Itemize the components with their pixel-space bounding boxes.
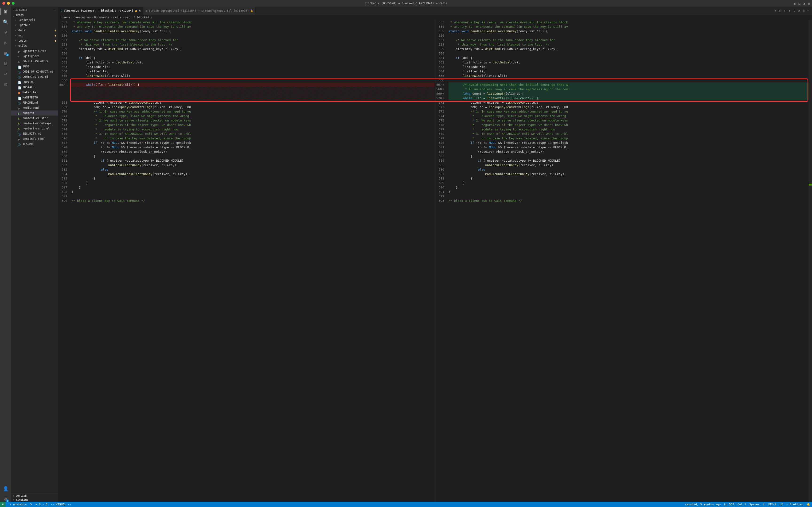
code-line[interactable]: list *clients = dictGetVal(de); [449, 60, 812, 65]
code-line[interactable]: /* 1. In case new key was added/touched … [449, 109, 812, 114]
tree-item-redis-conf[interactable]: ⚙redis.conf [11, 105, 58, 110]
code-line[interactable]: static void handleClientsBlockedOnKey(re… [449, 29, 812, 33]
code-line[interactable]: /* We serve clients in the same order th… [449, 38, 812, 42]
code-line[interactable]: long count = listLength(clients); [449, 92, 812, 96]
code-line[interactable]: static void handleClientsBlockedOnKey(re… [71, 29, 435, 33]
panel-right-icon[interactable]: ◨ [803, 2, 805, 5]
more-icon[interactable]: ⋯ [807, 9, 809, 12]
code-line[interactable]: else [449, 167, 812, 172]
code-line[interactable]: } [449, 189, 812, 194]
tree-item-makefile[interactable]: ⬣Makefile [11, 90, 58, 95]
code-line[interactable]: * module is trying to accomplish right n… [449, 127, 812, 131]
code-line[interactable]: } [449, 176, 812, 181]
tree-item-runtest-sentinel[interactable]: $runtest-sentinel [11, 126, 58, 131]
editor-tab[interactable]: Cblocked.c (03d50e0) ↔ blocked.c (e7129e… [58, 7, 143, 15]
problems-count[interactable]: ⊗ 0 ⚠ 0 [36, 503, 48, 506]
tree-item-sentinel-conf[interactable]: ⚙sentinel.conf [11, 136, 58, 142]
tree-item--github[interactable]: .github [11, 22, 58, 28]
code-line[interactable]: if (receiver->bstate.btype != BLOCKED_MO… [71, 158, 435, 163]
code-line[interactable]: client *receiver = listNodeValue(ln); [71, 100, 435, 105]
target-icon[interactable]: ◎ [3, 81, 8, 87]
sync-icon[interactable]: ⟳ [30, 503, 32, 506]
code-line[interactable]: listNode *ln; [449, 65, 812, 69]
search-icon[interactable]: 🔍 [3, 19, 8, 25]
extensions-icon[interactable]: ▦3 [3, 50, 8, 56]
indentation[interactable]: Spaces: 4 [749, 503, 764, 506]
code-line[interactable]: { [449, 154, 812, 158]
code-line[interactable]: } [449, 185, 812, 189]
cursor-position[interactable]: Ln 567, Col 1 [724, 503, 746, 506]
arrow-up-icon[interactable]: ↑ [789, 9, 791, 12]
code-line[interactable]: robj *o = lookupKeyReadWithFlags(rl->db,… [449, 105, 812, 109]
tree-item-deps[interactable]: deps ● [11, 28, 58, 33]
editor-tab[interactable]: ≡stream-cgroups.tcl (1a188e4) ↔ stream-c… [143, 7, 256, 15]
go-to-file-icon[interactable]: ⎘ [784, 9, 786, 12]
tree-item-manifesto[interactable]: 📄MANIFESTO [11, 95, 58, 100]
code-line[interactable]: } [71, 189, 435, 194]
close-window-icon[interactable] [2, 2, 5, 5]
code-line[interactable]: * whenever a key is ready. we iterate ov… [71, 20, 435, 24]
split-icon[interactable]: ◫ [803, 9, 805, 12]
code-line[interactable]: * or in case the key was deleted, since … [449, 136, 812, 140]
code-line[interactable]: if (de) { [71, 56, 435, 60]
code-line[interactable]: listIter li; [449, 69, 812, 73]
code-line[interactable]: } [71, 176, 435, 181]
remote-indicator[interactable]: ⌘ [0, 502, 5, 507]
code-line[interactable]: * regardless of the object type: we don'… [449, 123, 812, 127]
code-line[interactable]: * and try to re-execute the command (in … [71, 24, 435, 29]
traffic-lights[interactable] [2, 2, 14, 5]
tree-item-bugs[interactable]: 📄BUGS [11, 64, 58, 69]
tree-item-readme-md[interactable]: ⓘREADME.md [11, 100, 58, 105]
zoom-window-icon[interactable] [12, 2, 14, 5]
code-line[interactable]: unblockClientOnKey(receiver, rl->key); [71, 163, 435, 167]
code-line[interactable]: listIter li; [71, 69, 435, 73]
tree-item-runtest-cluster[interactable]: $runtest-cluster [11, 116, 58, 121]
tree-item-src[interactable]: src ● [11, 33, 58, 38]
code-line[interactable]: listNode *ln; [71, 65, 435, 69]
code-line[interactable] [71, 92, 435, 96]
outline-section[interactable]: OUTLINE [11, 494, 58, 498]
minimap[interactable] [809, 20, 812, 502]
code-line[interactable] [71, 87, 435, 92]
code-line[interactable]: moduleUnblockClientOnKey(receiver, rl->k… [449, 172, 812, 176]
close-tab-icon[interactable]: × [139, 9, 140, 12]
code-line[interactable]: } [71, 185, 435, 189]
code-line[interactable]: moduleUnblockClientOnKey(receiver, rl->k… [71, 172, 435, 176]
code-line[interactable] [71, 78, 435, 82]
tree-item-copying[interactable]: 📄COPYING [11, 79, 58, 84]
code-line[interactable]: if (receiver->bstate.btype != BLOCKED_MO… [449, 158, 812, 163]
layout-grid-icon[interactable]: ▦ [808, 2, 810, 5]
minimize-window-icon[interactable] [7, 2, 10, 5]
git-branch[interactable]: ⑂ unstable [10, 503, 26, 506]
encoding[interactable]: UTF-8 [768, 503, 776, 506]
code-line[interactable]: if ((o != NULL && (receiver->bstate.btyp… [449, 140, 812, 145]
tree-item-code-of-conduct-md[interactable]: ⓘCODE_OF_CONDUCT.md [11, 69, 58, 74]
back-arrow-icon[interactable]: ↩ [3, 71, 8, 76]
code-line[interactable]: while((ln = listNext(&li))) { [71, 82, 435, 87]
code-line[interactable]: dictEntry *de = dictFind(rl->db->blockin… [71, 47, 435, 51]
code-line[interactable]: * 2. We want to serve clients blocked on… [449, 118, 812, 123]
code-line[interactable]: if (de) { [449, 56, 812, 60]
git-blame[interactable]: ranshid, 5 months ago [685, 503, 721, 506]
revert-icon[interactable]: ↺ [798, 9, 800, 12]
eol[interactable]: LF [779, 503, 783, 506]
panel-left-icon[interactable]: ◧ [794, 2, 796, 5]
diff-pane-original[interactable]: 5535545555565575585595605615625635645655… [58, 20, 436, 502]
tree-item-contributing-md[interactable]: ⓘCONTRIBUTING.md [11, 74, 58, 79]
code-line[interactable]: * regardless of the object type: we don'… [71, 123, 435, 127]
tree-item-tests[interactable]: tests ● [11, 38, 58, 43]
tree-item--codespell[interactable]: .codespell [11, 17, 58, 22]
code-line[interactable]: robj *o = lookupKeyReadWithFlags(rl->db,… [71, 105, 435, 109]
breadcrumb-segment[interactable]: Documents [94, 16, 110, 19]
code-line[interactable]: * this key, from the first blocked to th… [71, 42, 435, 47]
code-line[interactable]: while ((ln = listNext(&li)) && count--) … [449, 96, 812, 100]
code-line[interactable]: /* block a client due to wait command */ [449, 199, 812, 203]
code-line[interactable]: (receiver->bstate.unblock_on_nokey)) [71, 150, 435, 154]
code-line[interactable]: * in an endless loop in case the reproce… [449, 87, 812, 92]
run-debug-icon[interactable]: ▷ [3, 40, 8, 46]
breadcrumb-segment[interactable]: daemonzhao [73, 16, 91, 19]
code-line[interactable]: * 3. In case of XREADGROUP call we will … [449, 131, 812, 136]
code-line[interactable]: * and try to re-execute the command (in … [449, 24, 812, 29]
code-line[interactable]: * blocked type, since we might process t… [71, 114, 435, 118]
code-line[interactable] [71, 51, 435, 56]
